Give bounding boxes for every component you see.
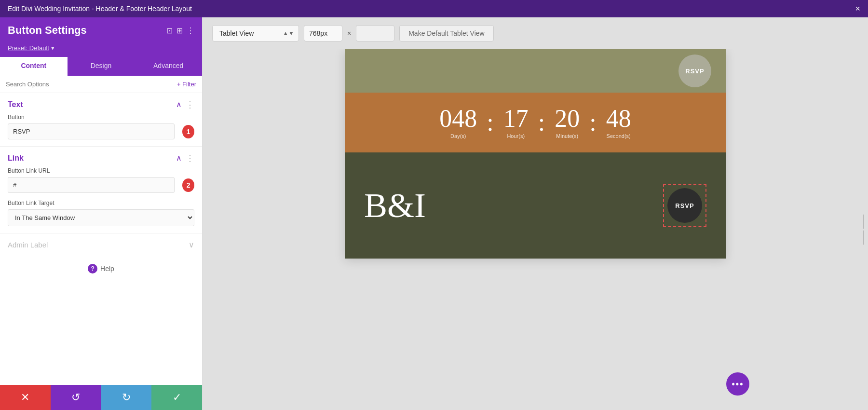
- text-section-body: Button 1: [0, 114, 202, 146]
- filter-button[interactable]: + Filter: [177, 81, 196, 88]
- panel-icon-copy[interactable]: ⊡: [166, 26, 173, 35]
- admin-section-chevron[interactable]: ∨: [189, 240, 194, 249]
- link-section-header: Link ∧ ⋮: [0, 147, 202, 167]
- preview-header-section: RSVP: [345, 49, 726, 93]
- scroll-line-1: [863, 215, 864, 229]
- target-field-label: Button Link Target: [8, 200, 194, 206]
- preview-countdown-section: 048 Day(s) : 17 Hour(s) : 20 Minute(s) :: [345, 93, 726, 152]
- link-section-chevron[interactable]: ∧: [176, 153, 182, 163]
- preset-row: Preset: Default ▾: [0, 41, 202, 57]
- badge-2: 2: [182, 178, 194, 192]
- panel-title: Button Settings: [8, 24, 87, 37]
- left-panel: Button Settings ⊡ ⊞ ⋮ Preset: Default ▾ …: [0, 17, 203, 410]
- search-input[interactable]: [6, 81, 173, 88]
- window-title: Edit Divi Wedding Invitation - Header & …: [8, 5, 192, 13]
- separator-1: :: [477, 110, 503, 135]
- admin-section: Admin Label ∨: [0, 233, 202, 256]
- url-input-row: 2: [8, 177, 194, 193]
- minutes-number: 20: [555, 106, 580, 131]
- badge-1: 1: [182, 125, 194, 138]
- panel-header: Button Settings ⊡ ⊞ ⋮: [0, 17, 202, 41]
- window-close-button[interactable]: ×: [855, 4, 860, 14]
- canvas-area: RSVP 048 Day(s) : 17 Hour(s) : 20: [203, 49, 868, 410]
- redo-button[interactable]: ↻: [101, 385, 152, 410]
- undo-button[interactable]: ↺: [51, 385, 101, 410]
- days-label: Day(s): [439, 133, 477, 139]
- days-number: 048: [439, 106, 477, 131]
- tab-design[interactable]: Design: [68, 57, 135, 76]
- main-layout: Button Settings ⊡ ⊞ ⋮ Preset: Default ▾ …: [0, 17, 868, 410]
- link-section-actions: ∧ ⋮: [176, 153, 194, 163]
- countdown-days: 048 Day(s): [439, 106, 477, 139]
- dots-icon: •••: [732, 379, 744, 389]
- search-row: + Filter: [0, 76, 202, 93]
- help-row: ? Help: [0, 256, 202, 281]
- title-bar: Edit Divi Wedding Invitation - Header & …: [0, 0, 868, 17]
- text-section-more[interactable]: ⋮: [186, 100, 194, 109]
- view-toolbar: Tablet View Mobile View Desktop View ▲▼ …: [203, 17, 868, 49]
- wedding-preview: RSVP 048 Day(s) : 17 Hour(s) : 20: [345, 49, 726, 259]
- button-text-input[interactable]: [8, 123, 175, 139]
- bottom-toolbar: ✕ ↺ ↻ ✓: [0, 385, 202, 410]
- make-default-button[interactable]: Make Default Tablet View: [399, 25, 493, 41]
- preview-body-section: B&I RSVP: [345, 152, 726, 259]
- separator-3: :: [580, 110, 606, 135]
- rsvp-dashed-button[interactable]: RSVP: [663, 184, 706, 227]
- link-section: Link ∧ ⋮ Button Link URL 2 Button Link T…: [0, 147, 202, 233]
- countdown-hours: 17 Hour(s): [503, 106, 529, 139]
- panel-header-actions: ⊡ ⊞ ⋮: [166, 24, 194, 35]
- help-icon: ?: [88, 264, 97, 273]
- monogram-text: B&I: [364, 186, 426, 226]
- height-input[interactable]: [356, 25, 394, 41]
- button-input-row: 1: [8, 123, 194, 139]
- width-input[interactable]: [304, 25, 342, 41]
- tab-content[interactable]: Content: [0, 57, 68, 76]
- tabs-row: Content Design Advanced: [0, 57, 202, 76]
- link-section-body: Button Link URL 2 Button Link Target In …: [0, 167, 202, 233]
- url-input[interactable]: [8, 177, 175, 193]
- url-field-label: Button Link URL: [8, 167, 194, 174]
- admin-section-header: Admin Label ∨: [8, 240, 194, 249]
- target-field-wrapper: Button Link Target In The Same Window In…: [8, 200, 194, 226]
- view-select[interactable]: Tablet View Mobile View Desktop View: [212, 25, 299, 41]
- minutes-label: Minute(s): [555, 133, 580, 139]
- right-area: Tablet View Mobile View Desktop View ▲▼ …: [203, 17, 868, 410]
- panel-icon-grid[interactable]: ⊞: [176, 26, 183, 35]
- preset-label[interactable]: Preset: Default ▾: [8, 44, 54, 52]
- hours-label: Hour(s): [503, 133, 529, 139]
- separator-2: :: [529, 110, 555, 135]
- link-section-title: Link: [8, 154, 24, 163]
- text-section-chevron[interactable]: ∧: [176, 100, 182, 109]
- panel-icon-more[interactable]: ⋮: [187, 26, 194, 35]
- rsvp-inner-button: RSVP: [667, 188, 702, 223]
- seconds-label: Second(s): [606, 133, 631, 139]
- seconds-number: 48: [606, 106, 631, 131]
- cancel-button[interactable]: ✕: [0, 385, 51, 410]
- countdown-minutes: 20 Minute(s): [555, 106, 580, 139]
- scroll-handle[interactable]: [863, 215, 864, 245]
- rsvp-header-button[interactable]: RSVP: [678, 55, 711, 87]
- link-section-more[interactable]: ⋮: [186, 154, 194, 163]
- panel-content: Text ∧ ⋮ Button 1 Link: [0, 93, 202, 385]
- link-target-select[interactable]: In The Same Window In A New Window: [8, 209, 194, 226]
- text-section-title: Text: [8, 100, 23, 109]
- save-button[interactable]: ✓: [151, 385, 202, 410]
- tab-advanced[interactable]: Advanced: [135, 57, 202, 76]
- hours-number: 17: [503, 106, 529, 131]
- view-select-wrapper: Tablet View Mobile View Desktop View ▲▼: [212, 25, 299, 41]
- text-section: Text ∧ ⋮ Button 1: [0, 93, 202, 147]
- help-label[interactable]: Help: [100, 265, 114, 273]
- scroll-line-2: [863, 231, 864, 245]
- dimension-separator: ×: [347, 29, 351, 37]
- floating-dots-button[interactable]: •••: [726, 372, 749, 396]
- countdown-seconds: 48 Second(s): [606, 106, 631, 139]
- text-section-actions: ∧ ⋮: [176, 100, 194, 109]
- text-section-header: Text ∧ ⋮: [0, 93, 202, 114]
- button-field-label: Button: [8, 114, 194, 121]
- admin-label-title: Admin Label: [8, 241, 48, 249]
